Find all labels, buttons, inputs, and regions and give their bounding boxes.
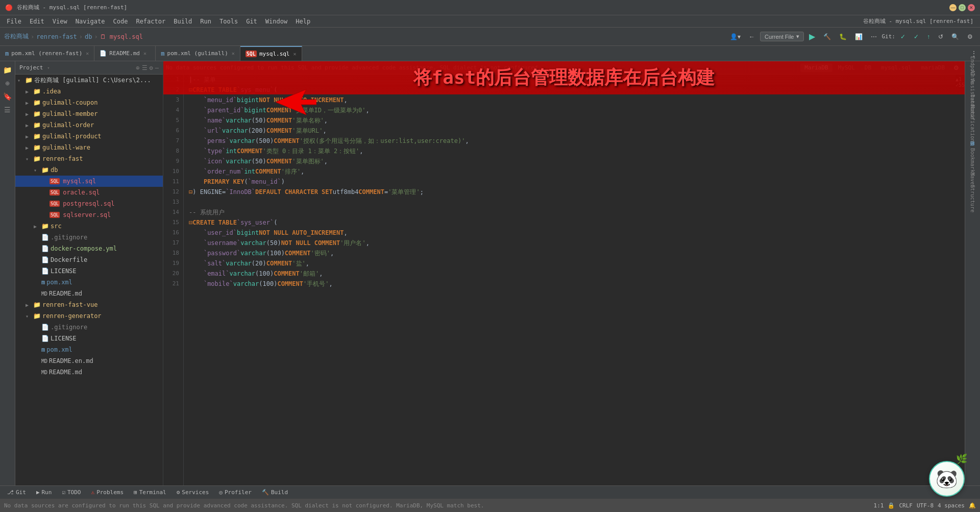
tree-item-order[interactable]: ▶ 📁 gulimall-order	[15, 119, 163, 131]
breadcrumb-module[interactable]: renren-fast	[36, 33, 77, 40]
tree-item-gen-pom-xml[interactable]: m pom.xml	[15, 344, 163, 355]
menu-code[interactable]: Code	[109, 17, 132, 26]
undo-button[interactable]: ↺	[935, 32, 946, 41]
tab-close-readme[interactable]: ✕	[143, 51, 146, 56]
tree-item-root[interactable]: ▾ 📁 谷粒商城 [gulimall] C:\Users\2...	[15, 75, 163, 86]
git-push[interactable]: ↑	[924, 32, 933, 41]
profile-button[interactable]: 👤▾	[727, 32, 744, 41]
right-sidebar-bookmarks[interactable]: Bookmarks	[967, 156, 979, 168]
menu-help[interactable]: Help	[291, 17, 314, 26]
search-button[interactable]: 🔍	[948, 32, 962, 41]
menu-refactor[interactable]: Refactor	[132, 17, 169, 26]
tree-item-oracle-sql[interactable]: SQL oracle.sql	[15, 187, 163, 198]
tab-pom-renren[interactable]: m pom.xml (renren-fast) ✕	[0, 46, 94, 61]
editor[interactable]: 1 2 3 4 5 6 7 8 9 10 11 12 13 14 15 16 1…	[163, 75, 965, 485]
menu-file[interactable]: File	[3, 17, 26, 26]
tree-item-pom-xml[interactable]: m pom.xml	[15, 277, 163, 288]
title-bar-title: 谷粒商城 - mysql.sql [renren-fast]	[17, 4, 127, 11]
sidebar-icon-structure[interactable]: ☰	[2, 104, 14, 116]
right-sidebar-structure[interactable]: Structure	[967, 192, 979, 205]
project-close-icon[interactable]: —	[155, 64, 159, 71]
tree-item-product[interactable]: ▶ 📁 gulimall-product	[15, 131, 163, 142]
project-sync-icon[interactable]: ⊕	[136, 64, 139, 71]
status-indent[interactable]: 4 spaces	[938, 502, 965, 509]
tree-item-docker-compose[interactable]: 📄 docker-compose.yml	[15, 243, 163, 254]
bottom-tab-profiler[interactable]: ◎ Profiler	[216, 488, 255, 497]
git-check[interactable]: ✓	[897, 32, 909, 41]
menu-git[interactable]: Git	[242, 17, 261, 26]
bottom-tab-git[interactable]: ⎇ Git	[4, 488, 29, 497]
tree-item-db[interactable]: ▾ 📁 db	[15, 164, 163, 176]
tab-close-pom-renren[interactable]: ✕	[86, 51, 89, 56]
tree-item-readme-en[interactable]: MD README.en.md	[15, 355, 163, 367]
settings-button[interactable]: ⚙	[964, 32, 976, 41]
close-button[interactable]: ✕	[968, 4, 975, 11]
tree-item-mysql-sql[interactable]: SQL mysql.sql	[15, 176, 163, 187]
code-line-20: `email` varchar (100) COMMENT '邮箱' ,	[189, 269, 955, 279]
breadcrumb-root[interactable]: 谷粒商城	[4, 32, 29, 41]
tree-item-renren-fast[interactable]: ▾ 📁 renren-fast	[15, 153, 163, 164]
menu-build[interactable]: Build	[169, 17, 196, 26]
right-sidebar-ai[interactable]: AI Assistant	[967, 82, 979, 94]
project-panel-dropdown[interactable]: ▾	[47, 65, 50, 70]
tree-item-postgresql-sql[interactable]: SQL postgresql.sql	[15, 198, 163, 209]
tab-close-pom-gulimall[interactable]: ✕	[232, 51, 235, 56]
breadcrumb-file[interactable]: 🗒 mysql.sql	[100, 33, 143, 40]
menu-view[interactable]: View	[48, 17, 71, 26]
debug-button[interactable]: 🐛	[836, 32, 850, 41]
status-position[interactable]: 1:1	[874, 502, 884, 509]
tree-item-gen-gitignore[interactable]: 📄 .gitignore	[15, 322, 163, 333]
tab-readme[interactable]: 📄 README.md ✕	[94, 46, 156, 61]
tree-item-gen-license[interactable]: 📄 LICENSE	[15, 333, 163, 344]
menu-tools[interactable]: Tools	[215, 17, 242, 26]
tab-close-mysql-sql[interactable]: ✕	[293, 51, 297, 57]
menu-edit[interactable]: Edit	[26, 17, 48, 26]
tree-item-ware[interactable]: ▶ 📁 gulimall-ware	[15, 142, 163, 153]
sidebar-icon-commit[interactable]: ⊕	[2, 77, 14, 89]
tree-item-gen-readme[interactable]: MD README.md	[15, 367, 163, 378]
tree-item-idea[interactable]: ▶ 📁 .idea	[15, 86, 163, 97]
bottom-tab-run[interactable]: ▶ Run	[33, 488, 55, 497]
tree-item-coupon[interactable]: ▶ 📁 gulimall-coupon	[15, 97, 163, 108]
menu-run[interactable]: Run	[196, 17, 215, 26]
coverage-button[interactable]: 📊	[852, 32, 866, 41]
tree-item-sqlserver-sql[interactable]: SQL sqlserver.sql	[15, 209, 163, 221]
build-button[interactable]: 🔨	[820, 32, 834, 41]
bottom-tab-terminal[interactable]: ⊞ Terminal	[131, 488, 169, 497]
sidebar-icon-project[interactable]: 📁	[2, 64, 14, 76]
tree-item-readme-md[interactable]: MD README.md	[15, 288, 163, 299]
bottom-tab-build[interactable]: 🔨 Build	[259, 488, 291, 497]
right-sidebar-notifications[interactable]: Notifications	[967, 119, 979, 131]
bottom-tab-todo[interactable]: ☑ TODO	[59, 488, 84, 497]
maximize-button[interactable]: □	[959, 4, 966, 11]
tree-item-license[interactable]: 📄 LICENSE	[15, 265, 163, 277]
tab-mysql-sql[interactable]: SQL mysql.sql ✕	[240, 46, 302, 61]
tree-item-renren-fast-vue[interactable]: ▶ 📁 renren-fast-vue	[15, 299, 163, 310]
tree-arrow-ware: ▶	[26, 145, 32, 151]
back-button[interactable]: ←	[746, 32, 758, 41]
line-num-11: 11	[163, 177, 179, 187]
current-file-button[interactable]: Current File ▾	[760, 32, 803, 41]
tree-item-renren-generator[interactable]: ▾ 📁 renren-generator	[15, 310, 163, 322]
status-line-ending[interactable]: CRLF	[899, 502, 913, 509]
menu-window[interactable]: Window	[261, 17, 291, 26]
tree-item-member[interactable]: ▶ 📁 gulimall-member	[15, 108, 163, 119]
tree-item-src[interactable]: ▶ 📁 src	[15, 221, 163, 232]
project-settings-icon[interactable]: ⚙	[150, 64, 153, 71]
tree-item-gitignore[interactable]: 📄 .gitignore	[15, 232, 163, 243]
toolbar-more[interactable]: ⋯	[868, 32, 880, 41]
tree-item-dockerfile[interactable]: 📄 Dockerfile	[15, 254, 163, 265]
breadcrumb-folder[interactable]: db	[85, 33, 92, 40]
status-encoding[interactable]: UTF-8	[917, 502, 934, 509]
tab-pom-gulimall[interactable]: m pom.xml (gulimall) ✕	[156, 46, 240, 61]
git-check2[interactable]: ✓	[911, 32, 922, 41]
code-area[interactable]: | -- 菜单 ⊟ CREATE TABLE `sys_menu` ( `men…	[184, 75, 955, 485]
bottom-tab-services[interactable]: ⚙ Services	[174, 488, 212, 497]
sidebar-icon-bookmarks[interactable]: 🔖	[2, 90, 14, 103]
run-button[interactable]: ▶	[806, 31, 818, 42]
project-collapse-icon[interactable]: ☰	[142, 64, 148, 71]
menu-navigate[interactable]: Navigate	[71, 17, 109, 26]
current-file-label: Current File	[765, 34, 794, 40]
bottom-tab-problems[interactable]: ⚠ Problems	[88, 488, 127, 497]
minimize-button[interactable]: —	[949, 4, 957, 11]
